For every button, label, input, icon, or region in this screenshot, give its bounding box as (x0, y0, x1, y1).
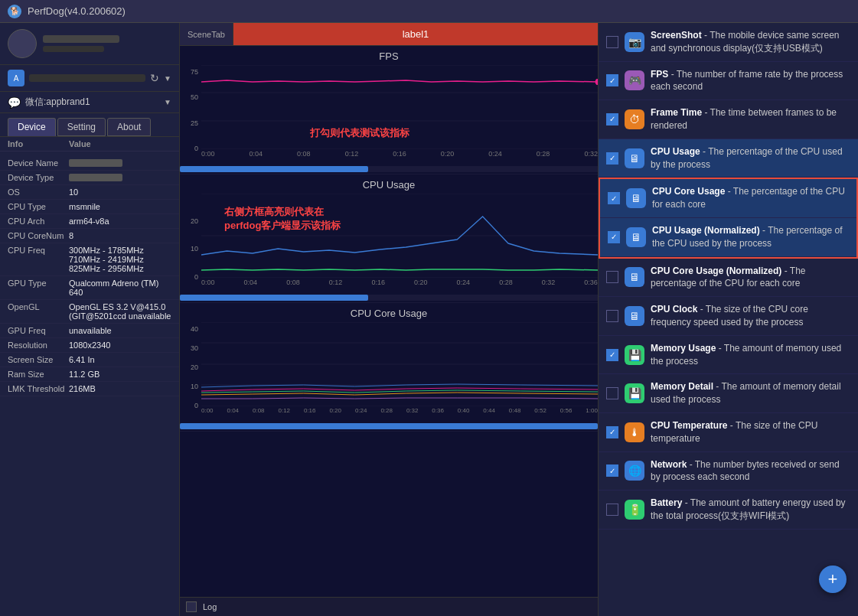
add-metric-button[interactable]: + (819, 565, 847, 593)
metric-checkbox-fps[interactable] (606, 74, 618, 86)
metric-checkbox-memory_usage[interactable] (606, 349, 618, 361)
metric-checkbox-frame_time[interactable] (606, 113, 618, 125)
tab-setting[interactable]: Setting (57, 118, 106, 136)
metric-item-fps[interactable]: 🎮FPS - The number of frame rate by the p… (599, 62, 858, 101)
metric-item-cpu_clock[interactable]: 🖥CPU Clock - The size of the CPU core fr… (599, 297, 858, 336)
refresh-icon[interactable]: ↻ (150, 72, 159, 84)
metric-text-battery: Battery - The amount of battery energy u… (651, 497, 850, 523)
metric-item-memory_detail[interactable]: 💾Memory Detail - The amount of memory de… (599, 374, 858, 413)
device-info-label: GPU Type (8, 279, 69, 288)
device-info-value: 216MB (69, 384, 171, 393)
fps-chart-container: FPS 75 50 25 0 (180, 46, 598, 174)
metric-checkbox-cpu_usage[interactable] (606, 152, 618, 165)
profile-name-blurred (43, 35, 119, 43)
bottom-bar: Log (180, 597, 598, 616)
cpu-core-usage-y-axis: 40 30 20 10 0 (180, 322, 201, 422)
sidebar: A ↻ ▼ 💬 微信:appbrand1 ▼ Device Setting Ab… (0, 23, 180, 616)
metric-item-cpu_core_norm[interactable]: 🖥CPU Core Usage (Normalized) - The perce… (599, 259, 858, 298)
cpu-usage-chart-container: CPU Usage 20 10 0 右侧方框高亮则代表在 perfdog客户端显… (180, 174, 598, 303)
fps-chart-scrollbar[interactable] (180, 166, 598, 172)
metric-item-cpu_temp[interactable]: 🌡CPU Temperature - The size of the CPU t… (599, 413, 858, 452)
metric-item-cpu_core_usage[interactable]: 🖥CPU Core Usage - The percentage of the … (600, 179, 856, 218)
profile-info (43, 35, 119, 52)
blurred-value (69, 159, 122, 167)
device-info-row: CPU Freq300MHz - 1785MHz 710MHz - 2419MH… (0, 243, 179, 276)
metric-icon-cpu_usage_norm: 🖥 (626, 227, 646, 247)
device-info-value: unavailable (69, 326, 171, 335)
info-table-header: Info Value (0, 137, 179, 152)
metric-icon-cpu_core_usage: 🖥 (626, 188, 646, 208)
wechat-dropdown-icon[interactable]: ▼ (164, 98, 171, 106)
avatar (8, 29, 37, 58)
header-info: Info (8, 139, 69, 148)
metric-item-network[interactable]: 🌐Network - The number bytes received or … (599, 452, 858, 491)
metric-item-cpu_usage_norm[interactable]: 🖥CPU Usage (Normalized) - The percentage… (600, 218, 856, 257)
cpu-core-usage-chart-container: CPU Core Usage 40 30 20 10 0 (180, 303, 598, 432)
cpu-core-usage-chart-svg: 0:00 0:04 0:08 0:12 0:16 0:20 0:24 0:28 … (201, 322, 598, 422)
device-info-value: arm64-v8a (69, 217, 171, 226)
cpu-usage-chart-scrollbar[interactable] (180, 295, 598, 301)
metric-text-cpu_temp: CPU Temperature - The size of the CPU te… (651, 419, 850, 445)
scene-tab-bar: SceneTab label1 (180, 23, 598, 46)
wechat-selector[interactable]: 💬 微信:appbrand1 ▼ (0, 92, 179, 113)
metric-list: 📷ScreenShot - The mobile device same scr… (599, 23, 858, 616)
scene-active-tab[interactable]: label1 (233, 23, 598, 45)
device-info-table: Device NameDevice TypeOS10CPU Typemsmnil… (0, 152, 179, 616)
log-checkbox[interactable] (186, 601, 197, 612)
profile-area (0, 23, 179, 65)
metric-icon-memory_usage: 💾 (625, 345, 644, 365)
device-info-value (69, 158, 171, 167)
app-selector[interactable]: A ↻ ▼ (0, 65, 179, 92)
cpu-core-usage-chart-scrollbar[interactable] (180, 423, 598, 429)
device-info-row: GPU Frequnavailable (0, 324, 179, 338)
fps-chart-scrollbar-thumb (180, 166, 368, 172)
device-info-label: Ram Size (8, 370, 69, 379)
metric-checkbox-cpu_clock[interactable] (606, 310, 618, 322)
metric-checkbox-screenshot[interactable] (606, 36, 618, 48)
metric-text-screenshot: ScreenShot - The mobile device same scre… (651, 29, 850, 55)
cpu-core-usage-x-axis: 0:00 0:04 0:08 0:12 0:16 0:20 0:24 0:28 … (201, 406, 598, 414)
metric-item-memory_usage[interactable]: 💾Memory Usage - The amount of memory use… (599, 336, 858, 375)
cpu-usage-chart-wrap: 20 10 0 右侧方框高亮则代表在 perfdog客户端显示该指标 (180, 194, 598, 293)
device-info-row: Device Type (0, 171, 179, 185)
metric-icon-memory_detail: 💾 (625, 383, 644, 403)
fps-chart-svg: 0:00 0:04 0:08 0:12 0:16 0:20 0:24 0:28 … (201, 65, 598, 165)
device-info-label: LMK Threshold (8, 384, 69, 393)
metric-text-cpu_usage: CPU Usage - The percentage of the CPU us… (651, 145, 850, 171)
device-info-value: 300MHz - 1785MHz 710MHz - 2419MHz 825MHz… (69, 246, 171, 273)
metric-checkbox-network[interactable] (606, 464, 618, 477)
metric-text-cpu_core_norm: CPU Core Usage (Normalized) - The percen… (651, 265, 850, 291)
metric-checkbox-cpu_usage_norm[interactable] (608, 231, 620, 243)
metric-item-screenshot[interactable]: 📷ScreenShot - The mobile device same scr… (599, 23, 858, 62)
metric-checkbox-cpu_temp[interactable] (606, 426, 618, 438)
metric-text-cpu_clock: CPU Clock - The size of the CPU core fre… (651, 303, 850, 329)
metric-icon-network: 🌐 (625, 461, 644, 481)
metric-item-battery[interactable]: 🔋Battery - The amount of battery energy … (599, 491, 858, 530)
metric-checkbox-battery[interactable] (606, 504, 618, 516)
tab-about[interactable]: About (107, 118, 151, 136)
tab-device[interactable]: Device (8, 118, 56, 136)
metric-text-network: Network - The number bytes received or s… (651, 458, 850, 484)
device-info-value: 11.2 GB (69, 370, 171, 379)
metric-checkbox-memory_detail[interactable] (606, 387, 618, 399)
device-info-row: CPU Typemsmnile (0, 200, 179, 214)
metric-checkbox-cpu_core_norm[interactable] (606, 271, 618, 283)
cpu-usage-chart-title: CPU Usage (180, 178, 598, 194)
cpu-core-usage-chart-wrap: 40 30 20 10 0 (180, 322, 598, 422)
app-dropdown-icon[interactable]: ▼ (164, 74, 171, 83)
device-info-value: 1080x2340 (69, 341, 171, 350)
app-logo-icon: 🐕 (8, 5, 21, 18)
main-layout: A ↻ ▼ 💬 微信:appbrand1 ▼ Device Setting Ab… (0, 23, 858, 616)
metric-item-cpu_usage[interactable]: 🖥CPU Usage - The percentage of the CPU u… (599, 139, 858, 178)
metric-item-frame_time[interactable]: ⏱Frame Time - The time between frames to… (599, 100, 858, 139)
metric-icon-battery: 🔋 (625, 500, 644, 520)
metric-text-fps: FPS - The number of frame rate by the pr… (651, 68, 850, 94)
wechat-label: 微信:appbrand1 (25, 96, 159, 109)
device-info-row: Resolution1080x2340 (0, 338, 179, 353)
device-info-label: CPU CoreNum (8, 231, 69, 240)
metric-icon-cpu_clock: 🖥 (625, 306, 644, 326)
device-tabs: Device Setting About (0, 113, 179, 137)
metric-checkbox-cpu_core_usage[interactable] (608, 192, 620, 204)
device-info-row: CPU Archarm64-v8a (0, 214, 179, 229)
device-info-value: 8 (69, 231, 171, 240)
